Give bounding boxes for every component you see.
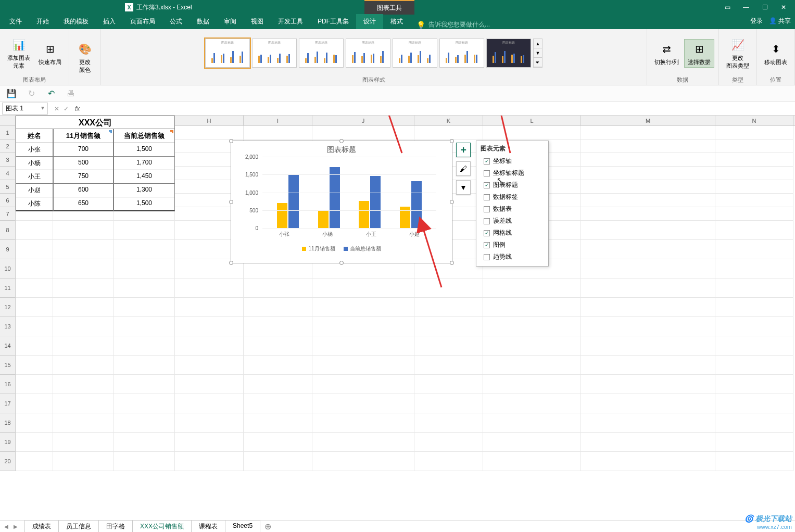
checkbox[interactable]: ✓: [484, 182, 490, 188]
menu-view[interactable]: 视图: [244, 14, 271, 29]
share-button[interactable]: 👤 共享: [769, 17, 791, 26]
resize-handle[interactable]: [339, 139, 344, 143]
row-header[interactable]: 9: [0, 240, 16, 259]
row-header[interactable]: 2: [0, 140, 16, 153]
sheet-tab[interactable]: 员工信息: [58, 520, 99, 533]
table-cell[interactable]: 750: [53, 170, 113, 184]
print-button[interactable]: 🖶: [66, 88, 76, 99]
chart-elements-button[interactable]: +: [456, 143, 471, 157]
row-header[interactable]: 5: [0, 180, 16, 194]
col-header[interactable]: H: [175, 116, 244, 125]
fx-icon[interactable]: fx: [75, 105, 84, 112]
tell-me-box[interactable]: 💡 告诉我您想要做什么...: [417, 20, 490, 29]
chart-element-option[interactable]: ✓图例: [481, 239, 544, 251]
save-button[interactable]: 💾: [6, 88, 17, 99]
sheet-nav-prev[interactable]: ◀: [4, 524, 11, 529]
chart-element-option[interactable]: 数据表: [481, 203, 544, 215]
quick-layout-button[interactable]: ⊞ 快速布局: [35, 40, 65, 67]
row-header[interactable]: 1: [0, 126, 16, 140]
chart-element-option[interactable]: ✓坐标轴: [481, 155, 544, 167]
row-header[interactable]: 16: [0, 375, 16, 394]
row-header[interactable]: 14: [0, 336, 16, 356]
chart-plot-area[interactable]: 05001,0001,5002,000: [262, 157, 436, 229]
table-cell[interactable]: 500: [53, 157, 113, 170]
row-header[interactable]: 13: [0, 317, 16, 336]
change-chart-type-button[interactable]: 📈 更改 图表类型: [723, 35, 752, 71]
resize-handle[interactable]: [229, 261, 233, 265]
table-cell[interactable]: 1,500: [113, 143, 175, 157]
table-cell[interactable]: 1,450: [113, 170, 175, 184]
menu-format[interactable]: 格式: [383, 14, 410, 29]
chart-bar[interactable]: [288, 174, 299, 229]
chart-bar[interactable]: [411, 181, 422, 228]
col-header[interactable]: K: [414, 116, 483, 125]
style-scroll-button[interactable]: ▼: [534, 48, 542, 58]
checkbox[interactable]: ✓: [484, 158, 490, 164]
table-cell[interactable]: 600: [53, 184, 113, 197]
chart-style-thumb[interactable]: 图表标题: [205, 39, 250, 68]
row-header[interactable]: 8: [0, 221, 16, 240]
chart-element-option[interactable]: ✓网格线: [481, 227, 544, 239]
sheet-tab[interactable]: 课程表: [191, 520, 225, 533]
row-header[interactable]: 17: [0, 394, 16, 413]
menu-data[interactable]: 数据: [190, 14, 217, 29]
redo-button[interactable]: ↻: [26, 88, 36, 99]
row-header[interactable]: 19: [0, 433, 16, 452]
chart-styles-button[interactable]: 🖌: [456, 161, 471, 176]
chart-element-option[interactable]: 数据标签: [481, 191, 544, 203]
menu-home[interactable]: 开始: [29, 14, 56, 29]
checkbox[interactable]: [484, 218, 490, 224]
resize-handle[interactable]: [450, 200, 454, 204]
checkbox[interactable]: [484, 254, 490, 260]
menu-file[interactable]: 文件: [2, 14, 29, 29]
close-button[interactable]: ✕: [778, 2, 789, 12]
select-data-button[interactable]: ⊞ 选择数据: [684, 39, 714, 68]
chart-object[interactable]: 图表标题 05001,0001,5002,000 小张小杨小王小赵 11月销售额…: [231, 141, 452, 263]
row-header[interactable]: 12: [0, 298, 16, 317]
row-header[interactable]: 15: [0, 356, 16, 375]
chart-element-option[interactable]: 误差线: [481, 215, 544, 227]
table-cell[interactable]: 1,500: [113, 197, 175, 211]
resize-handle[interactable]: [450, 261, 454, 265]
row-header[interactable]: 20: [0, 452, 16, 471]
sheet-nav-next[interactable]: ▶: [14, 524, 21, 529]
chart-bar[interactable]: [318, 210, 329, 229]
chart-style-thumb[interactable]: 图表标题: [439, 39, 484, 68]
menu-templates[interactable]: 我的模板: [56, 14, 96, 29]
chart-style-thumb[interactable]: 图表标题: [486, 39, 531, 68]
change-colors-button[interactable]: 🎨 更改 颜色: [73, 40, 96, 75]
col-header[interactable]: N: [715, 116, 793, 125]
chart-filter-button[interactable]: ▼: [456, 180, 471, 195]
chart-bar[interactable]: [359, 201, 369, 228]
checkbox[interactable]: [484, 206, 490, 212]
row-header[interactable]: 18: [0, 413, 16, 433]
col-header[interactable]: L: [483, 116, 581, 125]
move-chart-button[interactable]: ⬍ 移动图表: [761, 40, 790, 67]
checkbox[interactable]: [484, 194, 490, 200]
ribbon-options-icon[interactable]: ▭: [722, 2, 733, 12]
col-header[interactable]: I: [244, 116, 312, 125]
style-scroll-button[interactable]: ▲: [534, 39, 542, 48]
chart-bar[interactable]: [330, 167, 340, 228]
spreadsheet-grid[interactable]: AEGHIJKLMN 12345678910111213141516171819…: [0, 116, 795, 532]
table-cell[interactable]: 650: [53, 197, 113, 211]
chart-bar[interactable]: [370, 176, 381, 228]
table-cell[interactable]: 小陈: [16, 197, 53, 211]
resize-handle[interactable]: [450, 139, 454, 143]
checkbox[interactable]: ✓: [484, 242, 490, 248]
name-box[interactable]: 图表 1▾: [2, 103, 48, 115]
checkbox[interactable]: ✓: [484, 230, 490, 236]
chart-style-thumb[interactable]: 图表标题: [299, 39, 344, 68]
chart-bar[interactable]: [277, 203, 287, 228]
row-header[interactable]: 3: [0, 153, 16, 167]
row-header[interactable]: 6: [0, 194, 16, 207]
style-scroll-button[interactable]: ⏷: [534, 58, 542, 67]
col-header[interactable]: M: [581, 116, 715, 125]
switch-row-col-button[interactable]: ⇄ 切换行/列: [651, 40, 682, 67]
row-header[interactable]: 11: [0, 278, 16, 298]
minimize-button[interactable]: —: [741, 2, 751, 12]
menu-developer[interactable]: 开发工具: [271, 14, 310, 29]
sheet-tab[interactable]: XXX公司销售额: [132, 520, 192, 533]
sheet-tab[interactable]: 田字格: [98, 520, 133, 533]
chart-element-option[interactable]: 坐标轴标题: [481, 167, 544, 179]
